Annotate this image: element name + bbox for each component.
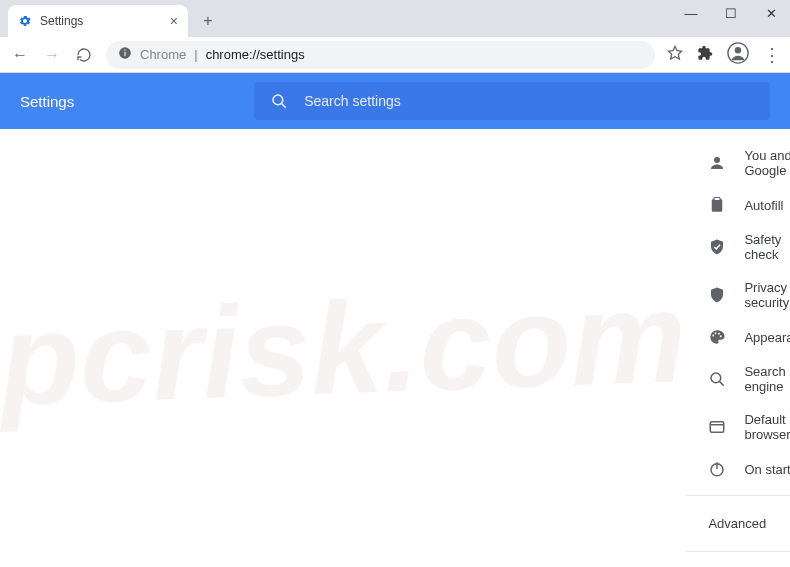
sidebar-item-safety-check[interactable]: Safety check: [686, 223, 790, 271]
maximize-button[interactable]: ☐: [718, 6, 744, 21]
shield-icon: [708, 286, 726, 304]
sidebar-item-label: Privacy and security: [744, 280, 790, 310]
site-info-icon[interactable]: [118, 46, 132, 63]
back-button[interactable]: ←: [10, 46, 30, 64]
svg-point-11: [713, 335, 715, 337]
browser-toolbar: ← → Chrome | chrome://settings ⋮: [0, 37, 790, 73]
sidebar-item-label: On startup: [744, 462, 790, 477]
person-icon: [708, 154, 726, 172]
sidebar-item-on-startup[interactable]: On startup: [686, 451, 790, 487]
svg-rect-17: [711, 422, 725, 433]
settings-search[interactable]: [254, 82, 770, 120]
sidebar-item-label: Autofill: [744, 198, 783, 213]
svg-point-8: [714, 157, 720, 163]
minimize-button[interactable]: —: [678, 6, 704, 21]
sidebar-item-label: Safety check: [744, 232, 790, 262]
sidebar-item-appearance[interactable]: Appearance: [686, 319, 790, 355]
shield-check-icon: [708, 238, 726, 256]
close-window-button[interactable]: ✕: [758, 6, 784, 21]
sidebar-item-you-and-google[interactable]: You and Google: [686, 139, 790, 187]
tab-title: Settings: [40, 14, 83, 28]
svg-rect-2: [124, 50, 125, 51]
extensions-icon[interactable]: [697, 45, 713, 65]
sidebar-advanced-toggle[interactable]: Advanced ▾: [686, 504, 790, 543]
sidebar-item-privacy[interactable]: Privacy and security: [686, 271, 790, 319]
sidebar-item-label: You and Google: [744, 148, 790, 178]
power-icon: [708, 460, 726, 478]
svg-point-5: [735, 47, 741, 53]
svg-point-14: [720, 335, 722, 337]
search-input[interactable]: [304, 93, 754, 109]
svg-point-13: [718, 333, 720, 335]
window-titlebar: Settings × + — ☐ ✕: [0, 0, 790, 37]
sidebar-item-label: Default browser: [744, 412, 790, 442]
browser-icon: [708, 418, 726, 436]
url-scheme: Chrome: [140, 47, 186, 62]
address-bar[interactable]: Chrome | chrome://settings: [106, 41, 655, 69]
svg-rect-10: [714, 198, 720, 201]
settings-header: Settings: [0, 73, 790, 129]
bookmark-star-icon[interactable]: [667, 45, 683, 65]
svg-point-12: [715, 332, 717, 334]
sidebar-item-autofill[interactable]: Autofill: [686, 187, 790, 223]
browser-tab[interactable]: Settings ×: [8, 5, 188, 37]
svg-point-15: [711, 373, 721, 383]
palette-icon: [708, 328, 726, 346]
sidebar-item-label: Appearance: [744, 330, 790, 345]
settings-sidebar: You and Google Autofill Safety check Pri…: [686, 129, 790, 567]
sidebar-item-default-browser[interactable]: Default browser: [686, 403, 790, 451]
sidebar-extensions-link[interactable]: Extensions: [686, 560, 790, 567]
profile-avatar-icon[interactable]: [727, 42, 749, 68]
reload-button[interactable]: [74, 47, 94, 63]
gear-icon: [18, 14, 32, 28]
forward-button[interactable]: →: [42, 46, 62, 64]
svg-marker-3: [668, 46, 681, 59]
search-icon: [708, 370, 726, 388]
chrome-menu-icon[interactable]: ⋮: [763, 46, 780, 64]
window-controls: — ☐ ✕: [678, 6, 784, 21]
url-text: chrome://settings: [206, 47, 305, 62]
svg-point-6: [273, 95, 283, 105]
content-area: pcrisk.com You and Google Autofill Safet…: [0, 129, 790, 567]
advanced-label: Advanced: [708, 516, 766, 531]
svg-line-7: [282, 104, 286, 108]
svg-rect-1: [124, 52, 125, 56]
new-tab-button[interactable]: +: [194, 7, 222, 35]
sidebar-item-label: Search engine: [744, 364, 790, 394]
close-tab-icon[interactable]: ×: [170, 13, 178, 29]
clipboard-icon: [708, 196, 726, 214]
settings-title: Settings: [20, 93, 74, 110]
svg-line-16: [720, 382, 724, 386]
watermark: pcrisk.com: [0, 117, 694, 567]
sidebar-item-search-engine[interactable]: Search engine: [686, 355, 790, 403]
search-icon: [270, 92, 288, 110]
